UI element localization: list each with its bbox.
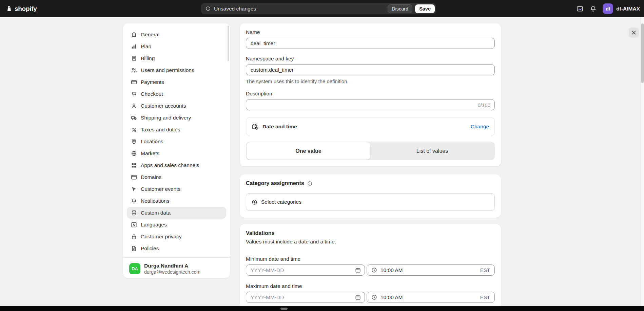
location-pin-icon bbox=[131, 138, 137, 145]
shopify-bag-icon bbox=[5, 5, 13, 13]
sidebar-item-notifications[interactable]: Notifications bbox=[127, 195, 226, 207]
sidebar-item-custom-data[interactable]: Custom data bbox=[127, 207, 226, 219]
description-input[interactable] bbox=[246, 99, 495, 110]
account-email: durga@wedesigntech.com bbox=[144, 269, 200, 275]
sidebar-item-payments[interactable]: Payments bbox=[127, 76, 226, 88]
min-time-input[interactable]: 10:00 AM EST bbox=[367, 264, 495, 276]
sidebar-item-markets[interactable]: Markets bbox=[127, 147, 226, 159]
topbar-right: dt dt-AIMAX bbox=[576, 0, 640, 17]
plus-circle-icon bbox=[251, 199, 258, 205]
account-block[interactable]: DA Durga Nandhini A durga@wedesigntech.c… bbox=[123, 258, 230, 275]
change-type-link[interactable]: Change bbox=[471, 124, 489, 130]
store-avatar: dt bbox=[603, 3, 613, 14]
unsaved-changes-bar: Unsaved changes Discard Save bbox=[201, 3, 436, 14]
unsaved-changes-message: Unsaved changes bbox=[214, 6, 388, 12]
info-icon bbox=[205, 6, 211, 12]
settings-sidebar: General Plan Billing Users and permissio… bbox=[123, 23, 230, 278]
description-field: 0/100 bbox=[246, 99, 495, 110]
discard-button[interactable]: Discard bbox=[388, 4, 412, 13]
cursor-icon bbox=[131, 186, 137, 193]
topbar: shopify Unsaved changes Discard Save dt … bbox=[0, 0, 644, 17]
clock-icon bbox=[371, 294, 377, 300]
min-date-label: Minimum date and time bbox=[246, 256, 495, 262]
namespace-input[interactable] bbox=[246, 64, 495, 75]
sidebar-item-billing[interactable]: Billing bbox=[127, 52, 226, 64]
save-button[interactable]: Save bbox=[415, 4, 435, 13]
browser-window-icon bbox=[131, 174, 137, 181]
max-time-input[interactable]: 10:00 AM EST bbox=[367, 292, 495, 303]
sidebar-item-apps-sales-channels[interactable]: Apps and sales channels bbox=[127, 159, 226, 171]
select-categories-label: Select categories bbox=[261, 199, 301, 205]
sidebar-item-checkout[interactable]: Checkout bbox=[127, 88, 226, 100]
name-input[interactable] bbox=[246, 38, 495, 49]
users-icon bbox=[131, 67, 137, 74]
store-user-menu[interactable]: dt dt-AIMAX bbox=[603, 3, 640, 14]
min-date-field bbox=[246, 264, 365, 276]
info-icon[interactable] bbox=[307, 181, 313, 186]
sidebar-scrollbar-thumb[interactable] bbox=[228, 25, 229, 61]
grid-icon bbox=[131, 162, 137, 169]
min-time-value: 10:00 AM bbox=[380, 267, 403, 273]
account-name: Durga Nandhini A bbox=[144, 262, 200, 269]
one-value-option[interactable]: One value bbox=[247, 142, 370, 160]
sidebar-item-customer-events[interactable]: Customer events bbox=[127, 183, 226, 195]
sidebar-item-policies[interactable]: Policies bbox=[127, 242, 226, 254]
page-scrollbar-thumb[interactable] bbox=[641, 23, 644, 83]
clock-icon bbox=[371, 267, 377, 273]
credit-card-icon bbox=[131, 79, 137, 86]
namespace-help-text: The system uses this to identify the def… bbox=[246, 78, 495, 85]
truck-icon bbox=[131, 114, 137, 121]
notifications-bell-icon[interactable] bbox=[589, 5, 597, 13]
sidebar-item-plan[interactable]: Plan bbox=[127, 40, 226, 52]
sidebar-item-customer-accounts[interactable]: Customer accounts bbox=[127, 100, 226, 112]
max-time-value: 10:00 AM bbox=[380, 294, 403, 300]
percent-icon bbox=[131, 126, 137, 133]
content-type-box: Date and time Change bbox=[246, 117, 495, 136]
sidebar-item-languages[interactable]: Languages bbox=[127, 219, 226, 231]
content-type-label: Date and time bbox=[262, 124, 297, 130]
person-icon bbox=[131, 103, 137, 109]
shopify-settings-page: shopify Unsaved changes Discard Save dt … bbox=[0, 0, 644, 311]
min-date-input[interactable] bbox=[246, 264, 365, 276]
validations-card: Validations Values must include a date a… bbox=[240, 224, 501, 311]
translate-icon bbox=[131, 221, 137, 228]
name-label: Name bbox=[246, 29, 495, 35]
sidebar-item-taxes-duties[interactable]: Taxes and duties bbox=[127, 124, 226, 135]
max-timezone-suffix: EST bbox=[480, 294, 490, 300]
sidebar-item-domains[interactable]: Domains bbox=[127, 171, 226, 183]
max-date-row: 10:00 AM EST bbox=[246, 292, 495, 303]
min-date-row: 10:00 AM EST bbox=[246, 264, 495, 276]
select-categories-button[interactable]: Select categories bbox=[246, 193, 495, 211]
sidebar-item-general[interactable]: General bbox=[127, 29, 226, 40]
store-icon bbox=[131, 31, 137, 38]
close-button[interactable] bbox=[629, 28, 639, 38]
calendar-clock-icon bbox=[252, 123, 259, 130]
min-timezone-suffix: EST bbox=[480, 267, 490, 273]
store-name: dt-AIMAX bbox=[616, 6, 640, 12]
receipt-icon bbox=[131, 55, 137, 62]
database-icon bbox=[131, 209, 137, 216]
media-monitor-icon[interactable] bbox=[576, 5, 584, 13]
document-icon bbox=[131, 245, 137, 252]
max-date-input[interactable] bbox=[246, 292, 365, 303]
max-date-field bbox=[246, 292, 365, 303]
globe-icon bbox=[131, 150, 137, 157]
validations-title: Validations bbox=[246, 230, 274, 237]
settings-nav: General Plan Billing Users and permissio… bbox=[123, 23, 230, 254]
list-of-values-option[interactable]: List of values bbox=[370, 142, 494, 160]
category-assignments-title: Category assignments bbox=[246, 180, 304, 187]
taskbar-pill bbox=[280, 308, 288, 310]
sidebar-item-locations[interactable]: Locations bbox=[127, 135, 226, 147]
close-icon bbox=[630, 29, 637, 36]
shopify-logo[interactable]: shopify bbox=[5, 0, 37, 17]
cart-icon bbox=[131, 91, 137, 97]
sidebar-item-customer-privacy[interactable]: Customer privacy bbox=[127, 231, 226, 242]
sidebar-item-users-permissions[interactable]: Users and permissions bbox=[127, 64, 226, 76]
definition-card: Name Namespace and key The system uses t… bbox=[240, 23, 501, 166]
description-counter: 0/100 bbox=[477, 102, 490, 108]
bell-icon bbox=[131, 198, 137, 204]
sidebar-item-shipping-delivery[interactable]: Shipping and delivery bbox=[127, 112, 226, 124]
lock-icon bbox=[131, 233, 137, 240]
description-label: Description bbox=[246, 90, 495, 97]
page-scrollbar[interactable] bbox=[641, 17, 644, 311]
